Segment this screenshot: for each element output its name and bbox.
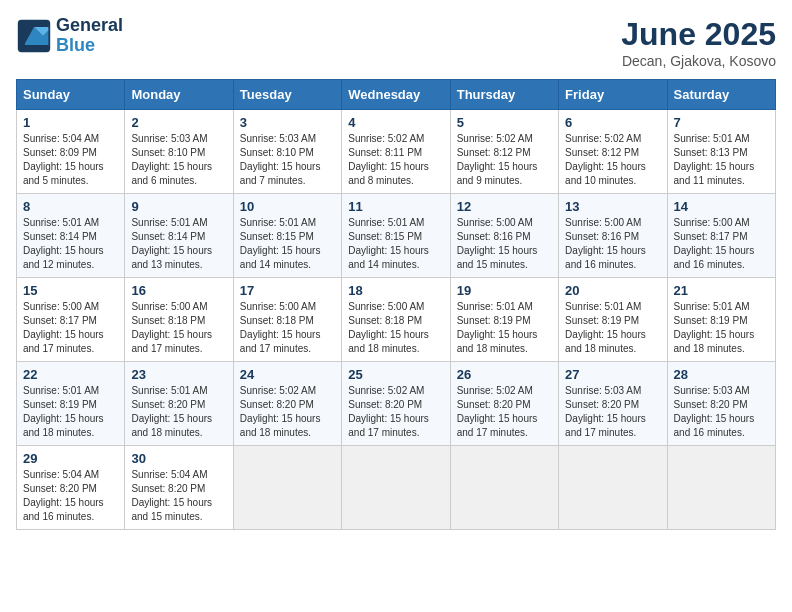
logo-icon	[16, 18, 52, 54]
calendar-cell: 25Sunrise: 5:02 AM Sunset: 8:20 PM Dayli…	[342, 362, 450, 446]
subtitle: Decan, Gjakova, Kosovo	[621, 53, 776, 69]
week-row-4: 22Sunrise: 5:01 AM Sunset: 8:19 PM Dayli…	[17, 362, 776, 446]
day-number: 21	[674, 283, 769, 298]
day-info: Sunrise: 5:02 AM Sunset: 8:12 PM Dayligh…	[457, 132, 552, 188]
day-info: Sunrise: 5:00 AM Sunset: 8:16 PM Dayligh…	[457, 216, 552, 272]
day-info: Sunrise: 5:02 AM Sunset: 8:20 PM Dayligh…	[240, 384, 335, 440]
calendar-body: 1Sunrise: 5:04 AM Sunset: 8:09 PM Daylig…	[17, 110, 776, 530]
day-number: 23	[131, 367, 226, 382]
day-number: 16	[131, 283, 226, 298]
calendar-cell	[559, 446, 667, 530]
calendar-cell: 11Sunrise: 5:01 AM Sunset: 8:15 PM Dayli…	[342, 194, 450, 278]
day-number: 11	[348, 199, 443, 214]
weekday-header-monday: Monday	[125, 80, 233, 110]
day-info: Sunrise: 5:04 AM Sunset: 8:20 PM Dayligh…	[23, 468, 118, 524]
day-number: 17	[240, 283, 335, 298]
day-info: Sunrise: 5:01 AM Sunset: 8:19 PM Dayligh…	[565, 300, 660, 356]
day-number: 6	[565, 115, 660, 130]
main-title: June 2025	[621, 16, 776, 53]
day-number: 4	[348, 115, 443, 130]
calendar-cell: 13Sunrise: 5:00 AM Sunset: 8:16 PM Dayli…	[559, 194, 667, 278]
day-number: 9	[131, 199, 226, 214]
calendar-cell: 12Sunrise: 5:00 AM Sunset: 8:16 PM Dayli…	[450, 194, 558, 278]
day-info: Sunrise: 5:01 AM Sunset: 8:15 PM Dayligh…	[240, 216, 335, 272]
calendar-cell: 18Sunrise: 5:00 AM Sunset: 8:18 PM Dayli…	[342, 278, 450, 362]
weekday-header-friday: Friday	[559, 80, 667, 110]
day-info: Sunrise: 5:01 AM Sunset: 8:19 PM Dayligh…	[457, 300, 552, 356]
day-number: 3	[240, 115, 335, 130]
day-number: 28	[674, 367, 769, 382]
calendar-cell: 4Sunrise: 5:02 AM Sunset: 8:11 PM Daylig…	[342, 110, 450, 194]
weekday-header-wednesday: Wednesday	[342, 80, 450, 110]
day-info: Sunrise: 5:01 AM Sunset: 8:14 PM Dayligh…	[131, 216, 226, 272]
day-info: Sunrise: 5:00 AM Sunset: 8:16 PM Dayligh…	[565, 216, 660, 272]
calendar-cell: 21Sunrise: 5:01 AM Sunset: 8:19 PM Dayli…	[667, 278, 775, 362]
calendar-cell: 17Sunrise: 5:00 AM Sunset: 8:18 PM Dayli…	[233, 278, 341, 362]
logo-text: General Blue	[56, 16, 123, 56]
day-info: Sunrise: 5:00 AM Sunset: 8:17 PM Dayligh…	[674, 216, 769, 272]
day-info: Sunrise: 5:02 AM Sunset: 8:20 PM Dayligh…	[348, 384, 443, 440]
day-info: Sunrise: 5:03 AM Sunset: 8:20 PM Dayligh…	[674, 384, 769, 440]
week-row-3: 15Sunrise: 5:00 AM Sunset: 8:17 PM Dayli…	[17, 278, 776, 362]
calendar-cell: 7Sunrise: 5:01 AM Sunset: 8:13 PM Daylig…	[667, 110, 775, 194]
day-number: 8	[23, 199, 118, 214]
calendar-cell	[342, 446, 450, 530]
calendar-cell: 29Sunrise: 5:04 AM Sunset: 8:20 PM Dayli…	[17, 446, 125, 530]
weekday-header-tuesday: Tuesday	[233, 80, 341, 110]
day-number: 25	[348, 367, 443, 382]
day-number: 20	[565, 283, 660, 298]
calendar-cell: 15Sunrise: 5:00 AM Sunset: 8:17 PM Dayli…	[17, 278, 125, 362]
calendar-cell: 14Sunrise: 5:00 AM Sunset: 8:17 PM Dayli…	[667, 194, 775, 278]
day-info: Sunrise: 5:01 AM Sunset: 8:19 PM Dayligh…	[674, 300, 769, 356]
calendar-cell: 5Sunrise: 5:02 AM Sunset: 8:12 PM Daylig…	[450, 110, 558, 194]
day-info: Sunrise: 5:01 AM Sunset: 8:20 PM Dayligh…	[131, 384, 226, 440]
calendar-cell: 10Sunrise: 5:01 AM Sunset: 8:15 PM Dayli…	[233, 194, 341, 278]
day-number: 14	[674, 199, 769, 214]
day-info: Sunrise: 5:00 AM Sunset: 8:18 PM Dayligh…	[240, 300, 335, 356]
calendar-cell: 6Sunrise: 5:02 AM Sunset: 8:12 PM Daylig…	[559, 110, 667, 194]
day-number: 29	[23, 451, 118, 466]
header: General Blue June 2025 Decan, Gjakova, K…	[16, 16, 776, 69]
weekday-header-saturday: Saturday	[667, 80, 775, 110]
day-number: 26	[457, 367, 552, 382]
calendar-cell: 22Sunrise: 5:01 AM Sunset: 8:19 PM Dayli…	[17, 362, 125, 446]
title-area: June 2025 Decan, Gjakova, Kosovo	[621, 16, 776, 69]
week-row-1: 1Sunrise: 5:04 AM Sunset: 8:09 PM Daylig…	[17, 110, 776, 194]
weekday-header-thursday: Thursday	[450, 80, 558, 110]
day-info: Sunrise: 5:02 AM Sunset: 8:11 PM Dayligh…	[348, 132, 443, 188]
week-row-2: 8Sunrise: 5:01 AM Sunset: 8:14 PM Daylig…	[17, 194, 776, 278]
day-info: Sunrise: 5:03 AM Sunset: 8:20 PM Dayligh…	[565, 384, 660, 440]
calendar-cell: 19Sunrise: 5:01 AM Sunset: 8:19 PM Dayli…	[450, 278, 558, 362]
day-info: Sunrise: 5:01 AM Sunset: 8:19 PM Dayligh…	[23, 384, 118, 440]
day-number: 22	[23, 367, 118, 382]
day-info: Sunrise: 5:00 AM Sunset: 8:18 PM Dayligh…	[348, 300, 443, 356]
day-number: 7	[674, 115, 769, 130]
calendar-cell: 2Sunrise: 5:03 AM Sunset: 8:10 PM Daylig…	[125, 110, 233, 194]
day-info: Sunrise: 5:03 AM Sunset: 8:10 PM Dayligh…	[131, 132, 226, 188]
day-info: Sunrise: 5:00 AM Sunset: 8:17 PM Dayligh…	[23, 300, 118, 356]
day-info: Sunrise: 5:02 AM Sunset: 8:20 PM Dayligh…	[457, 384, 552, 440]
calendar-cell: 23Sunrise: 5:01 AM Sunset: 8:20 PM Dayli…	[125, 362, 233, 446]
day-number: 15	[23, 283, 118, 298]
day-number: 18	[348, 283, 443, 298]
day-number: 12	[457, 199, 552, 214]
day-number: 30	[131, 451, 226, 466]
day-info: Sunrise: 5:02 AM Sunset: 8:12 PM Dayligh…	[565, 132, 660, 188]
calendar-cell	[450, 446, 558, 530]
day-info: Sunrise: 5:01 AM Sunset: 8:14 PM Dayligh…	[23, 216, 118, 272]
calendar-cell: 9Sunrise: 5:01 AM Sunset: 8:14 PM Daylig…	[125, 194, 233, 278]
day-number: 5	[457, 115, 552, 130]
weekday-header-sunday: Sunday	[17, 80, 125, 110]
calendar-cell: 1Sunrise: 5:04 AM Sunset: 8:09 PM Daylig…	[17, 110, 125, 194]
day-info: Sunrise: 5:04 AM Sunset: 8:09 PM Dayligh…	[23, 132, 118, 188]
day-number: 2	[131, 115, 226, 130]
day-number: 19	[457, 283, 552, 298]
calendar-cell	[233, 446, 341, 530]
calendar-cell: 8Sunrise: 5:01 AM Sunset: 8:14 PM Daylig…	[17, 194, 125, 278]
calendar-cell: 3Sunrise: 5:03 AM Sunset: 8:10 PM Daylig…	[233, 110, 341, 194]
day-info: Sunrise: 5:00 AM Sunset: 8:18 PM Dayligh…	[131, 300, 226, 356]
calendar: SundayMondayTuesdayWednesdayThursdayFrid…	[16, 79, 776, 530]
day-info: Sunrise: 5:04 AM Sunset: 8:20 PM Dayligh…	[131, 468, 226, 524]
day-number: 27	[565, 367, 660, 382]
day-number: 13	[565, 199, 660, 214]
